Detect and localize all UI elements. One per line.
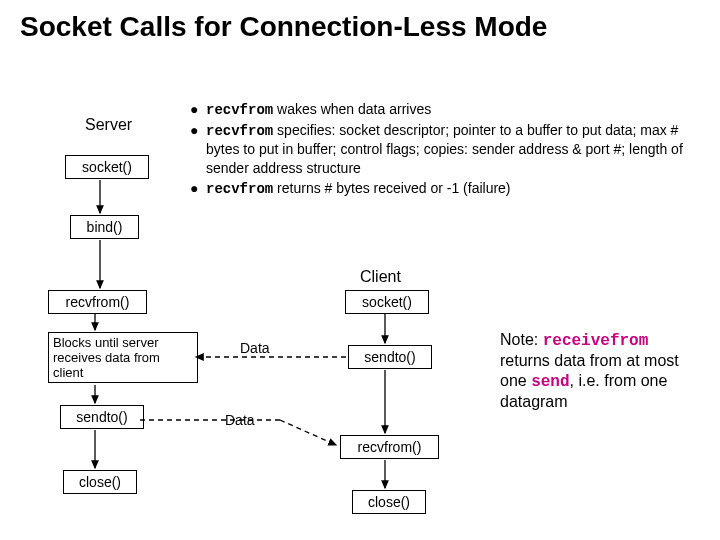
- client-sendto-box: sendto(): [348, 345, 432, 369]
- bullet-1-text: recvfrom wakes when data arrives: [206, 100, 690, 119]
- server-sendto-box: sendto(): [60, 405, 144, 429]
- bullet-dot-icon: ●: [190, 100, 206, 118]
- server-bind-box: bind(): [70, 215, 139, 239]
- client-socket-box: socket(): [345, 290, 429, 314]
- server-blocks-box: Blocks until server receives data from c…: [48, 332, 198, 383]
- note-text: Note: receivefrom returns data from at m…: [500, 330, 700, 412]
- server-label: Server: [85, 116, 132, 134]
- code-send: send: [531, 373, 569, 391]
- bullet-dot-icon: ●: [190, 121, 206, 139]
- bullet-list: ● recvfrom wakes when data arrives ● rec…: [190, 100, 690, 200]
- server-close-box: close(): [63, 470, 137, 494]
- client-label: Client: [360, 268, 401, 286]
- code-receivefrom: receivefrom: [543, 332, 649, 350]
- note-pre: Note:: [500, 331, 543, 348]
- server-recvfrom-box: recvfrom(): [48, 290, 147, 314]
- bullet-3: ● recvfrom returns # bytes received or -…: [190, 179, 690, 198]
- bullet-3-rest: returns # bytes received or -1 (failure): [273, 180, 510, 196]
- bullet-1-rest: wakes when data arrives: [273, 101, 431, 117]
- bullet-1: ● recvfrom wakes when data arrives: [190, 100, 690, 119]
- code-recvfrom: recvfrom: [206, 181, 273, 197]
- bullet-2: ● recvfrom specifies: socket descriptor;…: [190, 121, 690, 177]
- server-socket-box: socket(): [65, 155, 149, 179]
- svg-line-10: [280, 420, 336, 445]
- page-title: Socket Calls for Connection-Less Mode: [20, 10, 700, 44]
- client-close-box: close(): [352, 490, 426, 514]
- code-recvfrom: recvfrom: [206, 102, 273, 118]
- data-label-1: Data: [240, 340, 270, 356]
- data-label-2: Data: [225, 412, 255, 428]
- code-recvfrom: recvfrom: [206, 123, 273, 139]
- bullet-2-text: recvfrom specifies: socket descriptor; p…: [206, 121, 690, 177]
- client-recvfrom-box: recvfrom(): [340, 435, 439, 459]
- bullet-3-text: recvfrom returns # bytes received or -1 …: [206, 179, 690, 198]
- bullet-dot-icon: ●: [190, 179, 206, 197]
- bullet-2-rest: specifies: socket descriptor; pointer to…: [206, 122, 683, 175]
